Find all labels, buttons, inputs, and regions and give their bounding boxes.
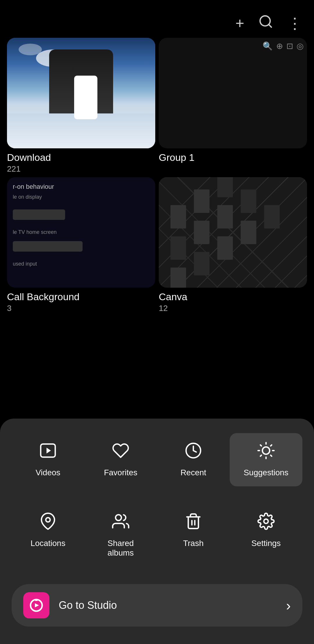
studio-chevron-icon: › bbox=[286, 597, 291, 613]
menu-label-locations: Locations bbox=[31, 538, 65, 548]
svg-rect-23 bbox=[217, 205, 233, 229]
svg-rect-20 bbox=[217, 177, 233, 197]
svg-line-1 bbox=[269, 24, 271, 27]
album-card-group1[interactable]: 🔍 ⊕ ⊡ ◎ Group 1 bbox=[159, 38, 307, 174]
menu-item-settings[interactable]: Settings bbox=[230, 504, 302, 567]
menu-label-shared-albums: Sharedalbums bbox=[108, 538, 134, 558]
menu-label-recent: Recent bbox=[181, 468, 206, 478]
album-thumb-download bbox=[7, 38, 155, 148]
studio-label: Go to Studio bbox=[59, 599, 277, 611]
svg-line-40 bbox=[261, 455, 262, 456]
album-title-group1: Group 1 bbox=[159, 152, 307, 163]
videos-icon bbox=[39, 442, 57, 462]
album-count-call-background: 3 bbox=[7, 304, 155, 313]
svg-line-37 bbox=[271, 455, 272, 456]
menu-label-suggestions: Suggestions bbox=[244, 468, 288, 478]
svg-point-42 bbox=[46, 517, 50, 522]
album-card-call-background[interactable]: r-on behaviour le on display le TV home … bbox=[7, 177, 155, 313]
album-thumb-canva bbox=[159, 177, 307, 288]
menu-item-videos[interactable]: Videos bbox=[12, 433, 84, 486]
album-card-download[interactable]: Download 221 bbox=[7, 38, 155, 174]
bottom-sheet: Videos Favorites Recent bbox=[0, 419, 314, 644]
album-thumb-call-background: r-on behaviour le on display le TV home … bbox=[7, 177, 155, 288]
album-title-download: Download bbox=[7, 152, 155, 163]
album-count-group1 bbox=[159, 164, 307, 174]
svg-line-41 bbox=[271, 445, 272, 446]
album-thumb-group1: 🔍 ⊕ ⊡ ◎ bbox=[159, 38, 307, 148]
menu-item-trash[interactable]: Trash bbox=[157, 504, 230, 567]
menu-label-settings: Settings bbox=[251, 538, 281, 548]
menu-item-recent[interactable]: Recent bbox=[157, 433, 230, 486]
album-count-download: 221 bbox=[7, 164, 155, 174]
menu-grid-row2: Locations Sharedalbums bbox=[12, 504, 302, 567]
menu-item-favorites[interactable]: Favorites bbox=[84, 433, 157, 486]
svg-rect-28 bbox=[241, 221, 256, 244]
svg-marker-31 bbox=[47, 448, 51, 453]
album-count-canva: 12 bbox=[159, 304, 307, 313]
locations-icon bbox=[39, 513, 57, 533]
album-card-canva[interactable]: Canva 12 bbox=[159, 177, 307, 313]
albums-grid: Download 221 🔍 ⊕ ⊡ ◎ Group 1 r-on behavi… bbox=[0, 38, 314, 313]
svg-rect-29 bbox=[264, 205, 280, 229]
studio-logo bbox=[23, 592, 49, 618]
shared-albums-icon bbox=[112, 513, 129, 533]
settings-icon bbox=[257, 513, 275, 533]
svg-point-33 bbox=[263, 447, 270, 454]
top-bar: + ⋮ bbox=[0, 0, 314, 47]
svg-rect-26 bbox=[194, 252, 210, 275]
menu-label-videos: Videos bbox=[35, 468, 60, 478]
svg-rect-19 bbox=[194, 189, 210, 213]
menu-item-locations[interactable]: Locations bbox=[12, 504, 84, 567]
svg-rect-27 bbox=[217, 236, 233, 260]
menu-label-favorites: Favorites bbox=[104, 468, 137, 478]
menu-grid-row1: Videos Favorites Recent bbox=[12, 433, 302, 486]
add-icon[interactable]: + bbox=[236, 15, 244, 32]
svg-point-46 bbox=[264, 519, 268, 523]
suggestions-icon bbox=[257, 442, 275, 462]
svg-rect-22 bbox=[194, 221, 210, 244]
album-title-canva: Canva bbox=[159, 291, 307, 303]
trash-icon bbox=[185, 513, 202, 533]
menu-label-trash: Trash bbox=[183, 538, 204, 548]
svg-rect-18 bbox=[170, 205, 186, 229]
recent-icon bbox=[185, 442, 202, 462]
favorites-icon bbox=[112, 442, 129, 462]
album-title-call-background: Call Background bbox=[7, 291, 155, 303]
svg-point-43 bbox=[116, 515, 122, 520]
svg-rect-25 bbox=[170, 268, 186, 288]
menu-item-shared-albums[interactable]: Sharedalbums bbox=[84, 504, 157, 567]
menu-item-suggestions[interactable]: Suggestions bbox=[230, 433, 302, 486]
studio-button[interactable]: Go to Studio › bbox=[12, 584, 302, 627]
svg-rect-24 bbox=[241, 189, 256, 213]
more-icon[interactable]: ⋮ bbox=[287, 15, 302, 32]
svg-line-36 bbox=[261, 445, 262, 446]
search-icon[interactable] bbox=[258, 14, 273, 33]
svg-rect-21 bbox=[170, 236, 186, 260]
